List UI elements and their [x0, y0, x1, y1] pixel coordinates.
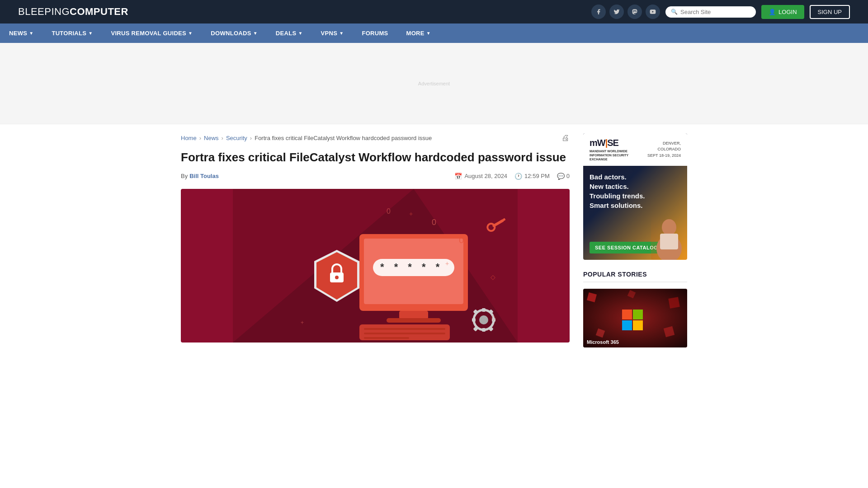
- breadcrumb-news[interactable]: News: [204, 135, 219, 141]
- article-date: 📅 August 28, 2024: [454, 173, 507, 180]
- chevron-down-icon: ▼: [188, 31, 193, 36]
- site-logo[interactable]: BLEEPINGCOMPUTER: [18, 6, 128, 18]
- article-title: Fortra fixes critical FileCatalyst Workf…: [181, 150, 570, 165]
- popular-stories: POPULAR STORIES: [583, 271, 687, 347]
- author-link[interactable]: Bill Toulas: [189, 173, 219, 179]
- svg-text:+: +: [445, 260, 449, 267]
- breadcrumb-current: Fortra fixes critical FileCatalyst Workf…: [255, 135, 432, 141]
- svg-text:0: 0: [459, 235, 464, 245]
- main-wrapper: Home › News › Security › Fortra fixes cr…: [163, 124, 705, 357]
- content-area: Home › News › Security › Fortra fixes cr…: [181, 133, 570, 347]
- print-icon[interactable]: 🖨: [561, 133, 570, 143]
- user-icon: 👤: [769, 9, 776, 15]
- chevron-down-icon: ▼: [253, 31, 258, 36]
- nav-item-downloads[interactable]: DOWNLOADS ▼: [202, 23, 267, 43]
- svg-rect-24: [482, 328, 486, 332]
- svg-text:* * * * *: * * * * *: [380, 261, 443, 272]
- ad-tagline: Bad actors. New tactics. Troubling trend…: [590, 172, 681, 210]
- svg-point-16: [335, 276, 339, 279]
- twitter-icon[interactable]: [609, 5, 624, 19]
- breadcrumb: Home › News › Security › Fortra fixes cr…: [181, 133, 570, 143]
- search-icon: 🔍: [671, 9, 678, 15]
- author-line: By Bill Toulas: [181, 173, 219, 179]
- svg-text:◇: ◇: [491, 314, 496, 321]
- nav-item-tutorials[interactable]: TUTORIALS ▼: [42, 23, 102, 43]
- svg-rect-41: [660, 234, 678, 249]
- svg-point-22: [479, 315, 488, 324]
- svg-rect-50: [622, 320, 632, 330]
- svg-rect-26: [472, 318, 476, 322]
- breadcrumb-security[interactable]: Security: [226, 135, 247, 141]
- ad-logo-sub2: INFORMATION SECURITY EXCHANGE: [590, 153, 640, 161]
- site-header: BLEEPINGCOMPUTER 🔍 👤 LOGIN SIGN UP: [0, 0, 868, 23]
- login-button[interactable]: 👤 LOGIN: [761, 5, 804, 19]
- nav-item-virus-removal[interactable]: VIRUS REMOVAL GUIDES ▼: [102, 23, 202, 43]
- chevron-down-icon: ▼: [88, 31, 93, 36]
- search-input[interactable]: [680, 9, 750, 15]
- nav-item-more[interactable]: MORE ▼: [397, 23, 440, 43]
- svg-text:◇: ◇: [491, 273, 495, 281]
- header-right: 🔍 👤 LOGIN SIGN UP: [591, 5, 850, 19]
- mastodon-icon[interactable]: [627, 5, 642, 19]
- svg-text:0: 0: [387, 207, 391, 215]
- popular-stories-title: POPULAR STORIES: [583, 271, 687, 282]
- social-icons: [591, 5, 660, 19]
- svg-rect-48: [622, 310, 632, 319]
- svg-point-39: [662, 219, 676, 235]
- popular-story-image[interactable]: Microsoft 365: [583, 289, 687, 347]
- author-prefix: By: [181, 173, 188, 179]
- svg-rect-10: [364, 328, 445, 330]
- svg-rect-7: [399, 311, 428, 319]
- svg-text:+: +: [409, 210, 413, 217]
- chevron-down-icon: ▼: [339, 31, 344, 36]
- article-time: 🕐 12:59 PM: [514, 173, 550, 180]
- search-box[interactable]: 🔍: [665, 6, 756, 18]
- chevron-down-icon: ▼: [29, 31, 33, 36]
- ad-logo-sub1: MANDIANT WORLDWIDE: [590, 149, 640, 153]
- comments-count[interactable]: 💬 0: [557, 173, 570, 180]
- article-meta: By Bill Toulas 📅 August 28, 2024 🕐 12:59…: [181, 173, 570, 180]
- breadcrumb-sep-1: ›: [199, 135, 201, 141]
- ad-header: mW|SE MANDIANT WORLDWIDE INFORMATION SEC…: [583, 133, 687, 166]
- clock-icon: 🕐: [514, 173, 522, 180]
- ad-dates: SEPT 18-19, 2024: [644, 153, 681, 159]
- nav-item-deals[interactable]: DEALS ▼: [267, 23, 312, 43]
- ad-location: DENVER, COLORADO: [644, 141, 681, 153]
- sidebar: mW|SE MANDIANT WORLDWIDE INFORMATION SEC…: [583, 133, 687, 347]
- ad-banner-top: Advertisement: [0, 43, 868, 124]
- breadcrumb-sep-3: ›: [250, 135, 252, 141]
- breadcrumb-sep-2: ›: [222, 135, 223, 141]
- svg-text:Microsoft 365: Microsoft 365: [587, 339, 619, 345]
- sidebar-ad: mW|SE MANDIANT WORLDWIDE INFORMATION SEC…: [583, 133, 687, 260]
- facebook-icon[interactable]: [591, 5, 606, 19]
- svg-rect-23: [482, 308, 486, 312]
- breadcrumb-home[interactable]: Home: [181, 135, 197, 141]
- article-hero-image: * * * * *: [181, 189, 570, 343]
- calendar-icon: 📅: [454, 173, 462, 180]
- chevron-down-icon: ▼: [298, 31, 302, 36]
- svg-text:0: 0: [432, 218, 436, 227]
- svg-rect-49: [633, 310, 643, 319]
- nav-item-news[interactable]: NEWS ▼: [0, 23, 42, 43]
- meta-right: 📅 August 28, 2024 🕐 12:59 PM 💬 0: [454, 173, 570, 180]
- nav-item-forums[interactable]: FORUMS: [353, 23, 397, 43]
- svg-text:+: +: [301, 319, 304, 326]
- svg-rect-51: [633, 320, 643, 330]
- nav-item-vpns[interactable]: VPNS ▼: [312, 23, 353, 43]
- comment-icon: 💬: [557, 173, 565, 180]
- nav-bar: NEWS ▼ TUTORIALS ▼ VIRUS REMOVAL GUIDES …: [0, 23, 868, 43]
- youtube-icon[interactable]: [646, 5, 660, 19]
- svg-rect-11: [364, 333, 445, 334]
- svg-rect-12: [364, 337, 409, 339]
- signup-button[interactable]: SIGN UP: [810, 5, 850, 19]
- svg-rect-8: [387, 318, 441, 323]
- svg-rect-44: [668, 297, 679, 308]
- chevron-down-icon: ▼: [426, 31, 431, 36]
